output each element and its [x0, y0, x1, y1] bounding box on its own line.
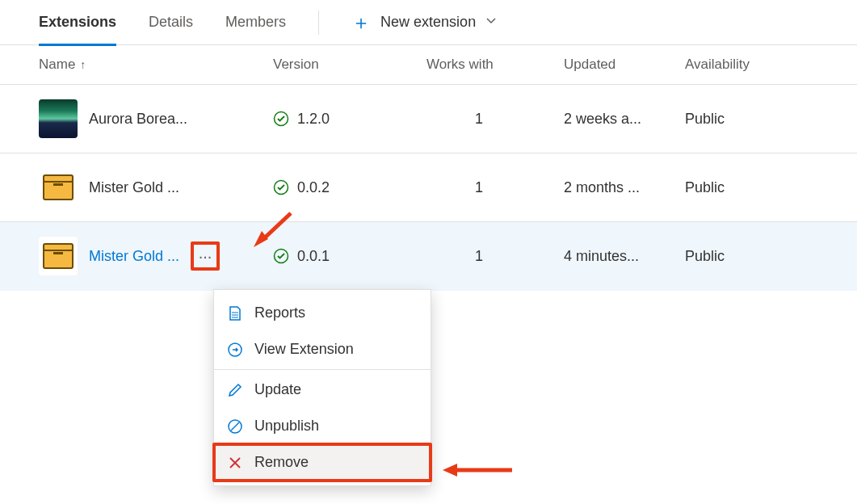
tab-separator: [318, 10, 319, 35]
table-row[interactable]: Mister Gold ... ··· 0.0.1 1 4 minutes...…: [0, 222, 857, 291]
column-name[interactable]: Name ↑: [39, 57, 273, 73]
menu-label: Remove: [254, 454, 309, 471]
extension-name: Mister Gold ...: [89, 248, 179, 265]
menu-label: Reports: [254, 304, 305, 321]
svg-marker-14: [443, 464, 457, 477]
menu-label: Unpublish: [254, 418, 319, 435]
pencil-icon: [227, 382, 243, 398]
x-icon: [227, 455, 243, 471]
tab-details[interactable]: Details: [149, 0, 193, 45]
cell-updated: 2 weeks a...: [564, 111, 685, 128]
table-header: Name ↑ Version Works with Updated Availa…: [0, 45, 857, 85]
column-works-with[interactable]: Works with: [426, 57, 564, 73]
table-row[interactable]: Mister Gold ... 0.0.2 1 2 months ... Pub…: [0, 153, 857, 222]
menu-item-update[interactable]: Update: [214, 372, 431, 408]
more-actions-button[interactable]: ···: [191, 242, 220, 271]
document-icon: [227, 305, 243, 321]
table-row[interactable]: Aurora Borea... 1.2.0 1 2 weeks a... Pub…: [0, 85, 857, 153]
block-icon: [227, 418, 243, 435]
cell-updated: 4 minutes...: [564, 248, 685, 265]
column-version[interactable]: Version: [273, 57, 426, 73]
menu-item-remove[interactable]: Remove: [214, 444, 431, 481]
cell-name: Mister Gold ... ···: [39, 237, 273, 275]
check-circle-icon: [273, 179, 289, 195]
sort-arrow-up-icon: ↑: [80, 58, 86, 71]
check-circle-icon: [273, 111, 289, 127]
version-text: 0.0.1: [297, 248, 330, 265]
svg-rect-6: [44, 244, 73, 250]
column-name-label: Name: [39, 57, 75, 73]
cell-version: 0.0.2: [273, 179, 426, 196]
extension-thumbnail-icon: [39, 237, 78, 275]
svg-marker-12: [254, 231, 268, 247]
tab-extensions[interactable]: Extensions: [39, 0, 116, 45]
arrow-circle-icon: [227, 342, 243, 358]
extension-thumbnail-icon: [39, 168, 78, 207]
cell-availability: Public: [685, 111, 857, 128]
tabs-bar: Extensions Details Members ＋ New extensi…: [0, 0, 857, 45]
column-updated[interactable]: Updated: [564, 57, 685, 73]
svg-rect-1: [44, 180, 73, 200]
cell-version: 0.0.1: [273, 248, 426, 265]
chevron-down-icon: [485, 14, 497, 31]
annotation-arrow-icon: [252, 207, 300, 247]
cell-name: Aurora Borea...: [39, 99, 273, 138]
highlight-outline: [212, 443, 432, 482]
context-menu: Reports View Extension Update Unpublish …: [213, 289, 431, 486]
column-availability[interactable]: Availability: [685, 57, 857, 73]
menu-label: View Extension: [254, 341, 354, 358]
menu-label: Update: [254, 381, 301, 398]
menu-item-view-extension[interactable]: View Extension: [214, 331, 431, 368]
cell-availability: Public: [685, 179, 857, 196]
svg-rect-3: [53, 183, 63, 186]
new-extension-label: New extension: [380, 14, 476, 31]
tab-members[interactable]: Members: [225, 0, 286, 45]
menu-separator: [214, 369, 431, 370]
version-text: 1.2.0: [297, 111, 330, 128]
extension-name: Mister Gold ...: [89, 179, 179, 196]
check-circle-icon: [273, 248, 289, 264]
cell-works-with: 1: [426, 179, 564, 196]
extension-thumbnail-icon: [39, 99, 78, 138]
annotation-arrow-icon: [443, 460, 515, 480]
cell-works-with: 1: [426, 248, 564, 265]
cell-name: Mister Gold ...: [39, 168, 273, 207]
svg-rect-5: [44, 249, 73, 268]
cell-updated: 2 months ...: [564, 179, 685, 196]
menu-item-unpublish[interactable]: Unpublish: [214, 408, 431, 444]
version-text: 0.0.2: [297, 179, 330, 196]
svg-rect-2: [44, 175, 73, 182]
plus-icon: ＋: [351, 10, 371, 36]
cell-version: 1.2.0: [273, 111, 426, 128]
svg-line-11: [263, 213, 291, 239]
svg-rect-7: [53, 252, 63, 254]
extension-name: Aurora Borea...: [89, 111, 187, 128]
menu-item-reports[interactable]: Reports: [214, 295, 431, 331]
cell-works-with: 1: [426, 111, 564, 128]
cell-availability: Public: [685, 248, 857, 265]
new-extension-button[interactable]: ＋ New extension: [351, 10, 497, 36]
ellipsis-icon: ···: [199, 247, 212, 266]
